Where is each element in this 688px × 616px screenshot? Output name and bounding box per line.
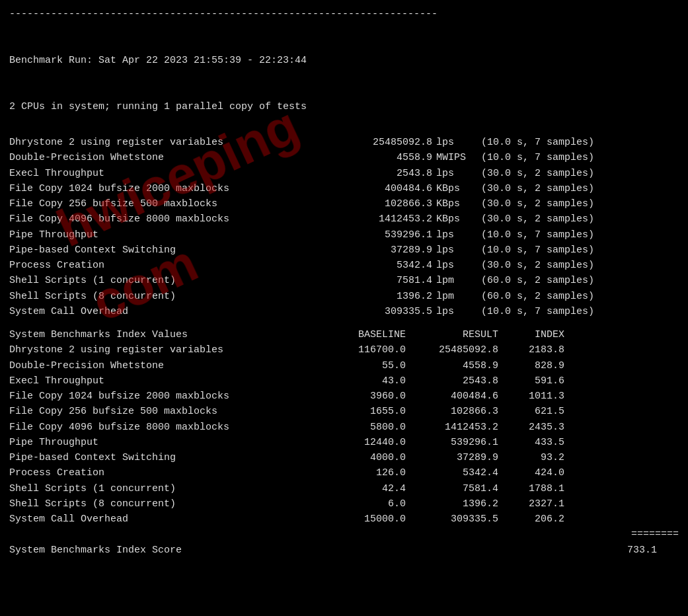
index-data-row: Shell Scripts (8 concurrent) 6.0 1396.2 … (9, 496, 679, 512)
benchmark-row: File Copy 1024 bufsize 2000 maxblocks400… (9, 181, 679, 196)
benchmark-row: Shell Scripts (8 concurrent)1396.2lpm(60… (9, 289, 679, 304)
benchmark-row: File Copy 256 bufsize 500 maxblocks10286… (9, 196, 679, 212)
index-data-row: Pipe-based Context Switching 4000.0 3728… (9, 450, 679, 465)
header-line2: 2 CPUs in system; running 1 parallel cop… (9, 99, 679, 114)
score-row: System Benchmarks Index Score 733.1 (9, 543, 679, 558)
index-data-row: Pipe Throughput 12440.0 539296.1 433.5 (9, 435, 679, 450)
index-data-row: Double-Precision Whetstone 55.0 4558.9 8… (9, 358, 679, 373)
benchmark-row: Process Creation5342.4lps(30.0 s, 2 samp… (9, 258, 679, 273)
bench-header: Benchmark Run: Sat Apr 22 2023 21:55:39 … (9, 22, 679, 130)
index-data-row: Process Creation 126.0 5342.4 424.0 (9, 465, 679, 481)
equals-line: ======== (9, 527, 679, 542)
benchmark-row: Pipe-based Context Switching37289.9lps(1… (9, 243, 679, 258)
index-data-row: Shell Scripts (1 concurrent) 42.4 7581.4… (9, 481, 679, 496)
benchmark-row: System Call Overhead309335.5lps(10.0 s, … (9, 304, 679, 319)
benchmark-row: Shell Scripts (1 concurrent)7581.4lpm(60… (9, 273, 679, 288)
index-data-row: System Call Overhead 15000.0 309335.5 20… (9, 512, 679, 527)
index-data-row: File Copy 1024 bufsize 2000 maxblocks 39… (9, 389, 679, 404)
separator-top: ----------------------------------------… (9, 7, 679, 22)
index-data-row: File Copy 4096 bufsize 8000 maxblocks 58… (9, 420, 679, 435)
benchmarks-section: Dhrystone 2 using register variables2548… (9, 135, 679, 319)
index-data-row: Execl Throughput 43.0 2543.8 591.6 (9, 373, 679, 389)
benchmark-row: Pipe Throughput539296.1lps(10.0 s, 7 sam… (9, 227, 679, 243)
benchmark-row: File Copy 4096 bufsize 8000 maxblocks141… (9, 212, 679, 227)
benchmark-row: Dhrystone 2 using register variables2548… (9, 135, 679, 150)
index-data-row: Dhrystone 2 using register variables 116… (9, 342, 679, 358)
benchmark-row: Double-Precision Whetstone4558.9MWIPS(10… (9, 150, 679, 165)
index-data-row: File Copy 256 bufsize 500 maxblocks 1655… (9, 404, 679, 419)
header-line1: Benchmark Run: Sat Apr 22 2023 21:55:39 … (9, 53, 679, 68)
benchmark-row: Execl Throughput2543.8lps(30.0 s, 2 samp… (9, 166, 679, 181)
index-section: System Benchmarks Index Values BASELINE … (9, 327, 679, 527)
index-header-row: System Benchmarks Index Values BASELINE … (9, 327, 679, 342)
